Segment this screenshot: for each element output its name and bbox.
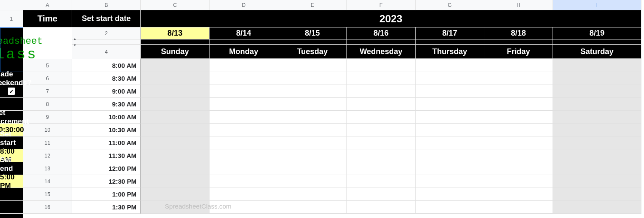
schedule-cell[interactable] <box>347 162 416 175</box>
schedule-cell[interactable] <box>416 149 484 162</box>
schedule-cell[interactable] <box>347 188 416 201</box>
row-header-12[interactable]: 12 <box>23 149 72 162</box>
schedule-cell[interactable] <box>210 98 278 111</box>
schedule-cell[interactable] <box>416 162 484 175</box>
schedule-cell[interactable] <box>347 124 416 136</box>
schedule-cell[interactable] <box>416 124 484 136</box>
row-header-16[interactable]: 16 <box>23 201 72 214</box>
col-header-C[interactable]: C <box>141 0 210 10</box>
schedule-cell[interactable] <box>347 98 416 111</box>
schedule-cell[interactable] <box>141 149 210 162</box>
end-time-input[interactable]: 5:00 PM <box>0 175 23 188</box>
hidden-rows-indicator[interactable]: ▴ ▾ <box>74 37 76 47</box>
row-header-10[interactable]: 10 <box>23 124 72 136</box>
schedule-cell[interactable] <box>484 59 553 72</box>
schedule-cell[interactable] <box>347 136 416 149</box>
schedule-cell[interactable] <box>210 85 278 98</box>
schedule-cell[interactable] <box>416 98 484 111</box>
schedule-cell[interactable] <box>553 188 641 201</box>
schedule-cell[interactable] <box>141 98 210 111</box>
col-header-B[interactable]: B <box>72 0 141 10</box>
schedule-cell[interactable] <box>416 136 484 149</box>
schedule-cell[interactable] <box>484 201 553 214</box>
schedule-cell[interactable] <box>347 59 416 72</box>
schedule-cell[interactable] <box>484 98 553 111</box>
schedule-cell[interactable] <box>141 124 210 136</box>
row-header-hidden[interactable]: ▴ ▾ <box>72 39 141 45</box>
schedule-cell[interactable] <box>278 162 347 175</box>
schedule-cell[interactable] <box>347 85 416 98</box>
row-header-2[interactable]: 2 <box>72 27 141 39</box>
schedule-cell[interactable] <box>278 201 347 214</box>
schedule-cell[interactable] <box>210 201 278 214</box>
schedule-cell[interactable] <box>210 149 278 162</box>
schedule-cell[interactable] <box>210 136 278 149</box>
schedule-cell[interactable] <box>347 149 416 162</box>
schedule-cell[interactable] <box>210 188 278 201</box>
schedule-cell[interactable] <box>141 111 210 124</box>
row-header-11[interactable]: 11 <box>23 136 72 149</box>
schedule-cell[interactable] <box>484 162 553 175</box>
schedule-cell[interactable] <box>553 175 641 188</box>
row-header-15[interactable]: 15 <box>23 188 72 201</box>
schedule-cell[interactable] <box>347 72 416 85</box>
col-header-F[interactable]: F <box>347 0 416 10</box>
col-header-I[interactable]: I <box>553 0 641 10</box>
schedule-cell[interactable] <box>416 111 484 124</box>
schedule-cell[interactable] <box>278 85 347 98</box>
schedule-cell[interactable] <box>278 136 347 149</box>
row-header-9[interactable]: 9 <box>23 111 72 124</box>
col-header-E[interactable]: E <box>278 0 347 10</box>
schedule-cell[interactable] <box>141 201 210 214</box>
schedule-cell[interactable] <box>416 72 484 85</box>
schedule-cell[interactable] <box>141 59 210 72</box>
date-input-start[interactable]: 8/13 <box>141 27 210 39</box>
schedule-cell[interactable] <box>553 136 641 149</box>
schedule-cell[interactable] <box>553 162 641 175</box>
schedule-cell[interactable] <box>484 85 553 98</box>
schedule-cell[interactable] <box>416 85 484 98</box>
schedule-cell[interactable] <box>278 175 347 188</box>
schedule-cell[interactable] <box>553 201 641 214</box>
schedule-cell[interactable] <box>553 149 641 162</box>
schedule-cell[interactable] <box>347 175 416 188</box>
schedule-cell[interactable] <box>553 124 641 136</box>
schedule-cell[interactable] <box>347 201 416 214</box>
schedule-cell[interactable] <box>210 72 278 85</box>
logo-cell[interactable]: Spreadsheet Class <box>0 27 23 72</box>
row-header-13[interactable]: 13 <box>23 162 72 175</box>
schedule-cell[interactable] <box>484 124 553 136</box>
row-header-4[interactable]: 4 <box>72 45 141 59</box>
schedule-cell[interactable] <box>484 188 553 201</box>
select-all-corner[interactable] <box>0 0 23 10</box>
row-header-7[interactable]: 7 <box>23 85 72 98</box>
schedule-cell[interactable] <box>553 59 641 72</box>
col-header-A[interactable]: A <box>23 0 72 10</box>
schedule-cell[interactable] <box>141 162 210 175</box>
schedule-cell[interactable] <box>141 72 210 85</box>
schedule-cell[interactable] <box>553 72 641 85</box>
schedule-cell[interactable] <box>278 98 347 111</box>
shade-weekends-checkbox[interactable]: ✓ <box>0 85 23 98</box>
schedule-cell[interactable] <box>210 162 278 175</box>
schedule-cell[interactable] <box>278 188 347 201</box>
schedule-cell[interactable] <box>416 175 484 188</box>
col-header-D[interactable]: D <box>210 0 278 10</box>
schedule-cell[interactable] <box>141 188 210 201</box>
schedule-cell[interactable] <box>210 175 278 188</box>
row-header-8[interactable]: 8 <box>23 98 72 111</box>
row-header-1[interactable]: 1 <box>0 10 23 27</box>
schedule-cell[interactable] <box>210 124 278 136</box>
row-header-14[interactable]: 14 <box>23 175 72 188</box>
schedule-cell[interactable] <box>553 98 641 111</box>
schedule-cell[interactable] <box>484 111 553 124</box>
schedule-cell[interactable] <box>484 175 553 188</box>
schedule-cell[interactable] <box>278 72 347 85</box>
schedule-cell[interactable] <box>416 188 484 201</box>
schedule-cell[interactable] <box>278 124 347 136</box>
schedule-cell[interactable] <box>141 136 210 149</box>
schedule-cell[interactable] <box>416 59 484 72</box>
schedule-cell[interactable] <box>347 111 416 124</box>
schedule-cell[interactable] <box>278 149 347 162</box>
schedule-cell[interactable] <box>484 72 553 85</box>
